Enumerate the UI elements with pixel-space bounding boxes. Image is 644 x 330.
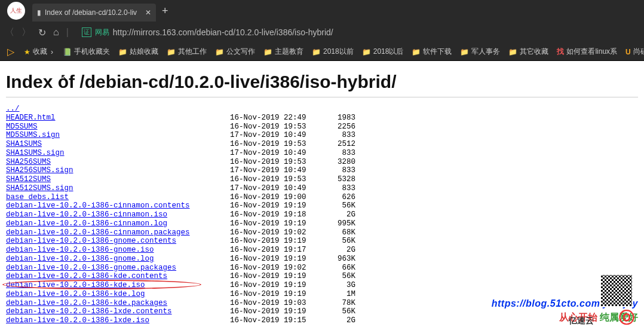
file-link[interactable]: SHA1SUMS.sign — [6, 149, 65, 157]
qr-code — [600, 274, 633, 307]
bookmark-label: 如何查看linux系 — [566, 47, 617, 57]
bookmark-item[interactable]: 📁其他工作 — [167, 47, 207, 57]
home-button[interactable]: ⌂ — [53, 27, 59, 38]
bookmark-label: 尚硅谷 — [633, 47, 644, 57]
folder-icon: 📁 — [508, 48, 517, 56]
file-link[interactable]: HEADER.html — [6, 114, 56, 122]
file-link[interactable]: MD5SUMS.sign — [6, 131, 60, 139]
bookmark-item[interactable]: 📁姑娘收藏 — [118, 47, 158, 57]
bookmark-item[interactable]: 📁公文写作 — [215, 47, 255, 57]
bookmark-label: 姑娘收藏 — [130, 47, 158, 57]
cloud-logo-icon: ⓞ — [619, 307, 634, 328]
file-link[interactable]: SHA256SUMS.sign — [6, 166, 73, 175]
folder-icon: 📁 — [167, 48, 176, 56]
file-link[interactable]: base_debs.list — [6, 193, 69, 201]
folder-icon: 📁 — [312, 48, 321, 56]
page-title: Index of /debian-cd/10.2.0-live/i386/iso… — [6, 72, 638, 92]
folder-icon: 📁 — [263, 48, 272, 56]
play-icon[interactable]: ▷ — [7, 46, 14, 57]
bookmark-item[interactable]: 📁2018以后 — [362, 47, 404, 57]
bookmark-label: 2018以前 — [323, 47, 354, 57]
folder-icon: 📁 — [460, 48, 469, 56]
file-link[interactable]: SHA512SUMS — [6, 175, 51, 184]
page-icon: ▮ — [37, 8, 41, 17]
bookmark-label: 公文写作 — [226, 47, 255, 57]
bookmark-label: 军人事务 — [471, 47, 500, 57]
file-link[interactable]: MD5SUMS — [6, 123, 38, 131]
file-link[interactable]: debian-live-10.2.0-i386-cinnamon.log — [6, 219, 167, 228]
bookmark-item[interactable]: 找如何查看linux系 — [557, 47, 617, 57]
folder-icon: 📗 — [63, 48, 72, 56]
folder-icon: 📁 — [215, 48, 224, 56]
folder-icon: 📁 — [118, 48, 127, 56]
file-link[interactable]: debian-live-10.2.0-i386-kde.iso — [6, 281, 145, 289]
bookmark-item[interactable]: 📁软件下载 — [412, 47, 452, 57]
bookmark-label: 其它收藏 — [520, 47, 548, 57]
security-label: 网易 — [95, 28, 109, 38]
titlebar: 人生 ▮ Index of /debian-cd/10.2.0-liv ✕ + — [0, 0, 644, 22]
file-link[interactable]: debian-live-10.2.0-i386-lxde.contents — [6, 307, 172, 316]
site-icon: 找 — [557, 47, 564, 57]
file-link[interactable]: debian-live-10.2.0-i386-kde.log — [6, 290, 145, 298]
tab-title: Index of /debian-cd/10.2.0-liv — [45, 8, 137, 17]
bookmark-item[interactable]: U尚硅谷 — [625, 47, 644, 57]
file-link[interactable]: debian-live-10.2.0-i386-gnome.log — [6, 255, 154, 263]
address-bar[interactable]: 证 网易 http://mirrors.163.com/debian-cd/10… — [82, 28, 639, 38]
bookmark-item[interactable]: 📁主题教育 — [263, 47, 303, 57]
divider — [6, 97, 638, 97]
bookmark-item[interactable]: 📗手机收藏夹 — [63, 47, 110, 57]
url-text: http://mirrors.163.com/debian-cd/10.2.0-… — [113, 28, 333, 37]
forward-button[interactable]: 〉 — [22, 26, 31, 39]
profile-avatar[interactable]: 人生 — [7, 2, 25, 20]
folder-icon: 📁 — [362, 48, 371, 56]
favorites-button[interactable]: ★收藏› — [24, 47, 53, 57]
new-tab-button[interactable]: + — [162, 5, 168, 17]
brand-text: 亿速云 — [569, 316, 594, 326]
navbar: 〈 〉 ↻ ⌂ | 证 网易 http://mirrors.163.com/de… — [0, 22, 644, 43]
bookmark-label: 软件下载 — [423, 47, 452, 57]
browser-tab[interactable]: ▮ Index of /debian-cd/10.2.0-liv ✕ — [32, 4, 156, 22]
file-link[interactable]: debian-live-10.2.0-i386-cinnamon.iso — [6, 210, 167, 219]
parent-dir-link[interactable]: ../ — [6, 105, 20, 113]
file-link[interactable]: debian-live-10.2.0-i386-cinnamon.package… — [6, 228, 190, 237]
bookmark-item[interactable]: 📁其它收藏 — [508, 47, 548, 57]
file-link[interactable]: SHA1SUMS — [6, 140, 42, 148]
star-icon: ★ — [24, 48, 30, 56]
file-link[interactable]: SHA256SUMS — [6, 158, 51, 166]
file-link[interactable]: debian-live-10.2.0-i386-gnome.iso — [6, 246, 154, 254]
directory-listing: ../ HEADER.html 16-Nov-2019 22:49 1983 M… — [6, 105, 638, 325]
bookmark-item[interactable]: 📁军人事务 — [460, 47, 500, 57]
bookmark-label: 手机收藏夹 — [74, 47, 110, 57]
file-link[interactable]: debian-live-10.2.0-i386-kde.contents — [6, 272, 167, 280]
reload-button[interactable]: ↻ — [38, 27, 46, 38]
bookmark-label: 主题教育 — [275, 47, 303, 57]
bookmarks-bar: ▷ ★收藏› 📗手机收藏夹📁姑娘收藏📁其他工作📁公文写作📁主题教育📁2018以前… — [0, 43, 644, 61]
back-button[interactable]: 〈 — [5, 26, 14, 39]
bookmark-label: 其他工作 — [178, 47, 207, 57]
site-icon: U — [625, 48, 631, 56]
bookmark-label: 2018以后 — [373, 47, 404, 57]
file-link[interactable]: SHA512SUMS.sign — [6, 184, 73, 192]
file-link[interactable]: debian-live-10.2.0-i386-gnome.contents — [6, 237, 176, 245]
file-link[interactable]: debian-live-10.2.0-i386-gnome.packages — [6, 264, 176, 272]
file-link[interactable]: debian-live-10.2.0-i386-cinnamon.content… — [6, 201, 190, 210]
page-content: Index of /debian-cd/10.2.0-live/i386/iso… — [0, 61, 644, 330]
close-icon[interactable]: ✕ — [145, 8, 151, 17]
folder-icon: 📁 — [412, 48, 421, 56]
file-link[interactable]: debian-live-10.2.0-i386-kde.packages — [6, 299, 167, 307]
security-badge-icon: 证 — [82, 28, 91, 37]
file-link[interactable]: debian-live-10.2.0-i386-lxde.iso — [6, 316, 149, 325]
bookmark-item[interactable]: 📁2018以前 — [312, 47, 354, 57]
